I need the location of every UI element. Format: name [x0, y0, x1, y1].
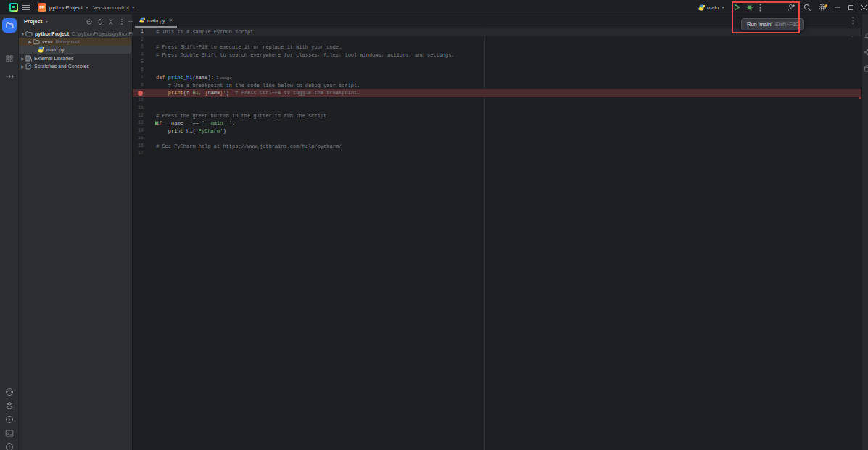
tab-label: main.py: [147, 18, 165, 23]
line-number[interactable]: 6: [133, 67, 144, 75]
collapsed-chevron-icon[interactable]: ▶: [20, 64, 25, 69]
code-line-11[interactable]: 11: [133, 104, 861, 112]
tree-row-scratches[interactable]: ▶ Scratches and Consoles: [19, 62, 131, 70]
settings-button[interactable]: [818, 0, 827, 14]
tree-row-python-project[interactable]: ▼ pythonProject D:\pythonProjects\python…: [19, 30, 131, 38]
run-line-icon[interactable]: [155, 121, 159, 125]
line-number[interactable]: 10: [133, 97, 144, 105]
packages-icon: [5, 401, 14, 410]
code-line-17[interactable]: 17: [133, 150, 861, 158]
search-everywhere-button[interactable]: [803, 0, 811, 14]
maximize-button[interactable]: [844, 0, 857, 14]
chevron-down-icon: ▼: [131, 6, 136, 9]
code-line-9[interactable]: print(f'Hi, {name}') # Press Ctrl+F8 to …: [133, 89, 861, 97]
code-line-15[interactable]: 15: [133, 135, 861, 143]
run-toolwindow-button[interactable]: [2, 412, 17, 427]
chevron-down-icon: ▼: [44, 20, 49, 23]
project-selector[interactable]: pythonProject ▼: [49, 0, 89, 14]
notifications-bell-icon[interactable]: [864, 32, 868, 39]
pycharm-app-icon[interactable]: [9, 3, 18, 12]
tab-close-icon[interactable]: ✕: [169, 17, 173, 23]
debug-button[interactable]: [746, 0, 753, 14]
line-number[interactable]: 2: [133, 36, 144, 44]
expand-all-button[interactable]: [96, 18, 104, 25]
code-with-me-button[interactable]: [788, 0, 795, 14]
code-line-5[interactable]: 5: [133, 59, 861, 67]
collapsed-chevron-icon[interactable]: ▶: [28, 39, 33, 44]
code-line-7[interactable]: 7def print_hi(name): 1 usage: [133, 74, 861, 82]
python-logo-icon: [698, 4, 705, 11]
gutter-cell[interactable]: [144, 89, 156, 97]
code-line-4[interactable]: 4# Press Double Shift to search everywhe…: [133, 51, 861, 59]
project-toolwindow-button[interactable]: [2, 18, 17, 33]
main-menu-icon[interactable]: [22, 4, 30, 10]
line-number[interactable]: 12: [133, 112, 144, 120]
tree-row-external-libraries[interactable]: ▶ External Libraries: [19, 54, 131, 62]
tree-row-main-py[interactable]: main.py: [19, 46, 131, 54]
collapsed-chevron-icon[interactable]: ▶: [20, 56, 25, 61]
problems-button[interactable]: [2, 440, 17, 450]
line-number[interactable]: 5: [133, 59, 144, 67]
code-line-6[interactable]: 6: [133, 67, 861, 75]
terminal-button[interactable]: [2, 426, 17, 441]
gutter-cell: [144, 150, 156, 158]
title-bar: PP pythonProject ▼ Version control ▼ mai…: [0, 0, 868, 14]
select-opened-file-button[interactable]: [86, 18, 93, 25]
folder-icon: [6, 22, 14, 29]
code-segment-pln: print_hi(: [156, 128, 196, 134]
line-number[interactable]: 11: [133, 104, 144, 112]
code-lines[interactable]: 1# This is a sample Python script.23# Pr…: [133, 28, 861, 450]
line-number[interactable]: 7: [133, 74, 144, 82]
code-line-3[interactable]: 3# Press Shift+F10 to execute it or repl…: [133, 43, 861, 51]
left-tool-stripe: [0, 14, 19, 450]
line-number[interactable]: 4: [133, 51, 144, 59]
database-icon[interactable]: [864, 65, 868, 72]
code-line-16[interactable]: 16# See PyCharm help at https://www.jetb…: [133, 143, 861, 151]
pycharm-window: PP pythonProject ▼ Version control ▼ mai…: [0, 0, 868, 450]
code-segment-kw: def: [156, 75, 168, 80]
structure-toolwindow-button[interactable]: [2, 51, 17, 66]
code-line-2[interactable]: 2: [133, 36, 861, 44]
expanded-chevron-icon[interactable]: ▼: [20, 32, 25, 36]
code-segment-pln: [156, 83, 168, 88]
close-button[interactable]: [857, 0, 868, 14]
code-line-12[interactable]: 12# Press the green button in the gutter…: [133, 112, 861, 120]
panel-options-button[interactable]: [118, 18, 125, 25]
code-line-14[interactable]: 14 print_hi('PyCharm'): [133, 128, 861, 136]
line-number[interactable]: 13: [133, 120, 144, 128]
line-number[interactable]: 16: [133, 143, 144, 151]
code-text: [156, 104, 861, 112]
line-number[interactable]: 1: [133, 28, 144, 36]
code-line-10[interactable]: 10: [133, 97, 861, 105]
code-line-8[interactable]: 8 # Use a breakpoint in the code line be…: [133, 82, 861, 90]
gutter-cell: [144, 82, 156, 90]
editor-tab-main-py[interactable]: main.py ✕: [135, 14, 177, 28]
vcs-selector[interactable]: Version control ▼: [93, 0, 136, 14]
play-icon: [734, 4, 740, 11]
minimize-button[interactable]: [831, 0, 844, 14]
ai-assistant-icon[interactable]: [864, 49, 868, 56]
line-number[interactable]: 17: [133, 150, 144, 158]
code-segment-cmt: # Use a breakpoint in the code line belo…: [168, 83, 360, 88]
gutter-cell[interactable]: [144, 120, 156, 128]
line-number[interactable]: 15: [133, 135, 144, 143]
vcs-selector-label: Version control: [93, 4, 129, 11]
bug-icon: [746, 4, 753, 11]
more-actions-button[interactable]: [759, 0, 761, 14]
more-toolwindows-button[interactable]: [2, 69, 17, 83]
python-console-button[interactable]: [2, 385, 17, 399]
run-config-selector[interactable]: main ▼: [698, 0, 725, 14]
collapse-all-button[interactable]: [107, 18, 115, 25]
tree-row-venv[interactable]: ▶ venv library root: [19, 38, 131, 46]
breakpoint-icon[interactable]: [138, 91, 143, 96]
run-button[interactable]: [734, 0, 740, 14]
line-number[interactable]: 14: [133, 128, 144, 136]
project-panel-title[interactable]: Project: [24, 18, 42, 25]
tab-options-button[interactable]: [852, 17, 854, 25]
python-packages-button[interactable]: [2, 399, 17, 413]
code-line-13[interactable]: 13if __name__ == '__main__':: [133, 120, 861, 128]
line-number[interactable]: 8: [133, 82, 144, 90]
project-avatar[interactable]: PP: [38, 3, 46, 12]
line-number[interactable]: 3: [133, 43, 144, 51]
editor-area[interactable]: main.py ✕ 1# This is a sample Python scr…: [133, 14, 861, 450]
